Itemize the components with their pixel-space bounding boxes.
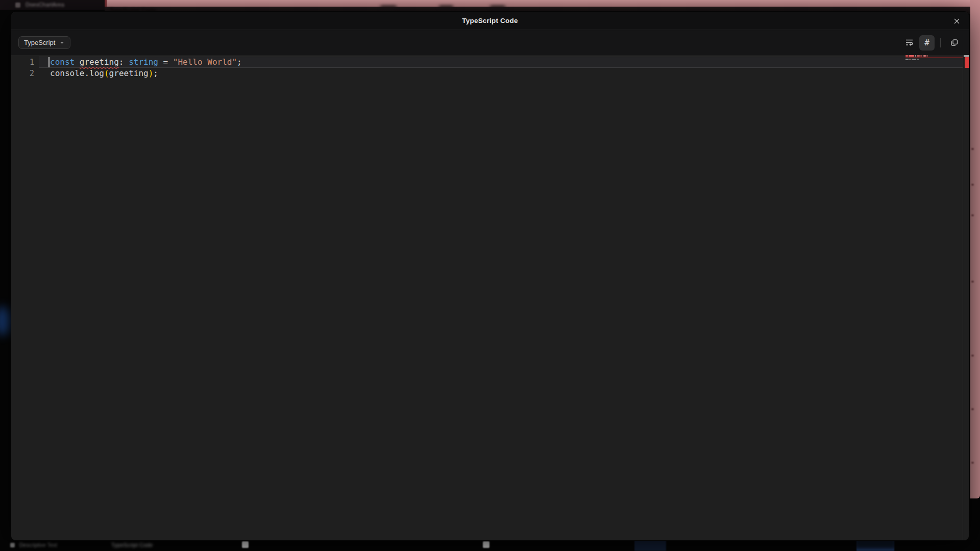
code-token: = xyxy=(158,57,173,67)
background-blue-button xyxy=(634,540,666,551)
code-token: const xyxy=(50,57,80,67)
code-modal-dialog: TypeScript Code TypeScript xyxy=(11,11,969,541)
code-line-text: console.log(greeting); xyxy=(50,68,158,79)
background-bottom-left-label: Descriptive Text xyxy=(19,542,57,548)
toolbar-divider xyxy=(940,38,941,47)
code-token: ; xyxy=(237,57,242,67)
line-number: 2 xyxy=(11,68,34,79)
background-tab-title: DoesChartArea xyxy=(26,2,64,8)
scrollbar-track[interactable] xyxy=(963,55,969,540)
line-numbers-icon: # xyxy=(924,38,929,47)
line-number: 1 xyxy=(11,57,34,68)
background-pink-dot xyxy=(971,355,974,357)
background-checkbox xyxy=(483,541,489,548)
code-token: ( xyxy=(104,68,109,78)
background-pink-dot xyxy=(971,184,974,186)
background-smudge xyxy=(380,6,397,8)
language-dropdown[interactable]: TypeScript xyxy=(18,36,70,49)
minimap-mark xyxy=(923,55,926,57)
background-pink-dot xyxy=(971,462,974,464)
background-pink-band xyxy=(105,0,980,7)
toolbar-actions: # xyxy=(901,35,962,51)
minimap-mark xyxy=(915,55,916,57)
minimap-mark xyxy=(909,59,911,60)
code-token: string xyxy=(129,57,158,67)
background-pink-right-strip xyxy=(970,0,980,498)
background-pink-dot xyxy=(971,408,974,410)
minimap-mark xyxy=(905,59,909,60)
close-button[interactable] xyxy=(949,14,964,28)
minimap-mark xyxy=(920,55,922,57)
minimap-error-line xyxy=(905,57,963,58)
minimap-mark xyxy=(926,55,928,57)
code-token: greeting xyxy=(80,57,119,67)
background-bottom-title: TypeScript Code xyxy=(111,542,153,548)
background-smudge xyxy=(490,6,505,8)
code-line-text: const greeting: string = "Hello World"; xyxy=(50,57,242,68)
language-dropdown-value: TypeScript xyxy=(24,39,55,46)
minimap-mark xyxy=(917,59,919,60)
code-lines: 1const greeting: string = "Hello World";… xyxy=(11,57,969,79)
word-wrap-button[interactable] xyxy=(901,35,917,51)
code-token: console.log xyxy=(50,68,104,78)
minimap-mark xyxy=(912,59,916,60)
line-numbers-button[interactable]: # xyxy=(919,35,935,51)
overview-ruler-error-marker xyxy=(965,57,969,68)
background-checkbox xyxy=(242,541,249,548)
background-pink-dot xyxy=(971,214,974,216)
close-icon xyxy=(953,17,961,25)
modal-toolbar: TypeScript # xyxy=(11,30,969,55)
code-token: ; xyxy=(153,68,158,78)
code-editor[interactable]: 1const greeting: string = "Hello World";… xyxy=(11,55,969,540)
minimap-mark xyxy=(909,55,914,57)
word-wrap-icon xyxy=(904,38,914,47)
code-token: : xyxy=(119,57,129,67)
copy-button[interactable] xyxy=(946,35,962,51)
minimap xyxy=(905,55,963,76)
copy-icon xyxy=(950,38,959,47)
code-token: ) xyxy=(149,68,154,78)
modal-header: TypeScript Code xyxy=(11,12,969,30)
background-blue-button xyxy=(856,540,894,551)
code-line: 2console.log(greeting); xyxy=(11,68,969,79)
background-bottom-icon xyxy=(10,543,15,547)
background-pink-band-edge xyxy=(105,0,107,7)
window-icon xyxy=(15,3,20,8)
background-pink-dot xyxy=(971,148,974,150)
background-pink-dot xyxy=(971,281,974,283)
minimap-mark xyxy=(917,55,920,57)
background-blue-glow xyxy=(0,306,10,336)
minimap-mark xyxy=(905,55,908,57)
background-smudge xyxy=(439,6,453,8)
chevron-down-icon xyxy=(59,40,65,45)
code-token: "Hello World" xyxy=(173,57,237,67)
code-token: greeting xyxy=(109,68,149,78)
modal-title: TypeScript Code xyxy=(462,17,518,24)
code-line: 1const greeting: string = "Hello World"; xyxy=(11,57,969,68)
